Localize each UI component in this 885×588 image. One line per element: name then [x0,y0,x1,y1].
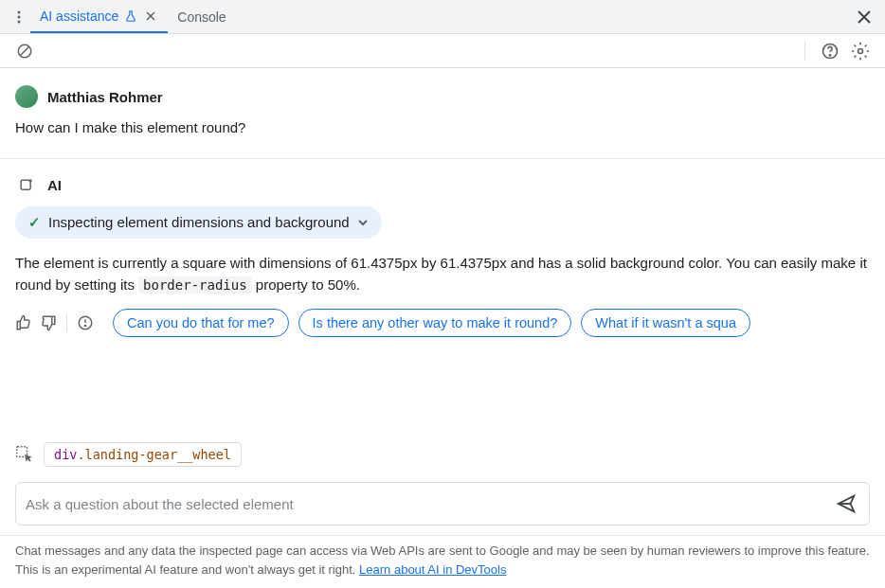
message-divider [0,158,885,159]
settings-icon[interactable] [847,38,874,64]
input-row [0,474,885,535]
select-element-icon[interactable] [15,445,34,464]
element-tag: div [54,447,77,462]
devtools-panel: AI assistance Console [0,0,885,588]
more-tabs-icon[interactable] [8,10,30,24]
code-token: border-radius [138,276,252,294]
disclaimer-link[interactable]: Learn about AI in DevTools [359,562,506,577]
element-class: .landing-gear__wheel [77,447,231,462]
check-icon: ✓ [28,214,41,231]
tab-ai-assistance[interactable]: AI assistance [30,0,168,33]
suggestion-chip[interactable]: What if it wasn't a squa [581,309,750,337]
close-panel-icon[interactable] [851,10,877,24]
svg-point-5 [829,54,830,55]
ai-response: The element is currently a square with d… [15,252,870,296]
tab-label: Console [177,9,226,25]
svg-rect-7 [21,180,30,189]
input-wrapper [15,482,870,526]
svg-point-9 [84,326,85,327]
tab-label: AI assistance [40,9,118,24]
help-icon[interactable] [817,38,843,64]
tab-bar: AI assistance Console [0,0,885,34]
svg-point-6 [858,48,863,53]
thumbs-down-icon[interactable] [40,314,57,331]
disclaimer: Chat messages and any data the inspected… [0,535,885,588]
suggestion-chip[interactable]: Can you do that for me? [113,309,289,337]
clear-icon[interactable] [11,38,38,64]
ai-message: AI ✓ Inspecting element dimensions and b… [15,174,870,338]
ai-sparkle-icon [15,174,38,197]
report-icon[interactable] [77,314,94,331]
send-icon[interactable] [833,490,859,517]
svg-point-0 [18,10,21,13]
suggestion-chip[interactable]: Is there any other way to make it round? [298,309,572,337]
user-message: Matthias Rohmer How can I make this elem… [15,85,870,139]
user-name: Matthias Rohmer [47,89,163,105]
element-chip[interactable]: div.landing-gear__wheel [44,442,242,467]
feedback-row: Can you do that for me? Is there any oth… [15,309,870,337]
ai-status-chip[interactable]: ✓ Inspecting element dimensions and back… [15,206,382,239]
thumbs-up-icon[interactable] [15,314,32,331]
svg-point-2 [18,20,21,23]
ai-label: AI [47,177,62,193]
user-question: How can I make this element round? [15,117,870,139]
svg-point-1 [18,15,21,18]
chevron-down-icon [357,217,369,228]
ai-response-text-2: property to 50%. [252,276,360,293]
toolbar [0,34,885,68]
tabs-container: AI assistance Console [30,0,236,33]
close-tab-icon[interactable] [143,9,158,24]
chat-content: Matthias Rohmer How can I make this elem… [0,68,885,431]
suggestion-chips: Can you do that for me? Is there any oth… [113,309,870,337]
user-avatar [15,85,38,108]
chat-input[interactable] [26,496,833,512]
context-row: div.landing-gear__wheel [0,431,885,474]
tab-console[interactable]: Console [168,0,235,33]
status-text: Inspecting element dimensions and backgr… [48,214,350,230]
flask-icon [124,9,137,23]
